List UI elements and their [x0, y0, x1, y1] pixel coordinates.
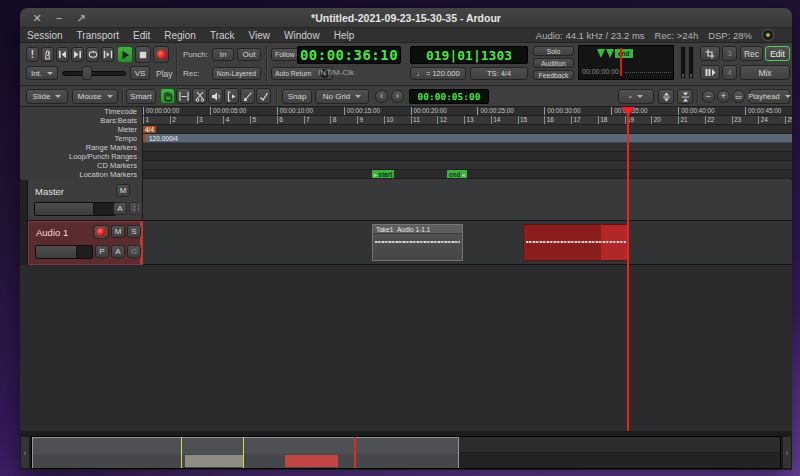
master-gain-fader[interactable] [34, 202, 116, 216]
audio1-track-name[interactable]: Audio 1 [36, 227, 68, 238]
grab-tool-button[interactable] [160, 88, 175, 104]
loop-punch-ruler[interactable] [143, 152, 792, 161]
loop-button[interactable] [86, 47, 99, 62]
bars-beats-ruler[interactable]: 1234567891011121314151617181920212223242… [143, 116, 792, 125]
monitor-button[interactable]: Solo [533, 46, 574, 56]
time-signature-button[interactable]: TS: 4/4 [470, 67, 528, 80]
punch-out-button[interactable]: Out [237, 48, 261, 61]
content-tool-button[interactable] [224, 88, 239, 104]
meterbridge-button[interactable] [700, 65, 720, 80]
meter-ruler[interactable]: 4/4 [143, 125, 792, 134]
mini-end-marker[interactable]: end [615, 49, 633, 58]
tempo-marker[interactable]: 120.000/4 [147, 135, 180, 143]
vari-speed-button[interactable]: VS [130, 66, 150, 80]
range-tool-button[interactable] [176, 88, 191, 104]
summary-scroll-left-button[interactable]: ‹ [20, 436, 30, 469]
summary-view[interactable] [31, 436, 781, 469]
play-button[interactable] [117, 46, 133, 63]
master-track-name[interactable]: Master [35, 186, 64, 197]
ruler-label[interactable]: Range Markers [20, 143, 142, 152]
summary-view-rectangle[interactable] [32, 437, 459, 469]
master-track-lane[interactable] [143, 180, 792, 221]
menu-item[interactable]: Edit [126, 28, 157, 43]
go-to-start-button[interactable] [56, 47, 69, 62]
midi-panic-button[interactable]: ! [26, 47, 39, 62]
recorder-page-button[interactable]: Rec [740, 46, 763, 61]
shuttle-track[interactable] [62, 71, 126, 76]
go-to-end-button[interactable] [71, 47, 84, 62]
meter-marker[interactable]: 4/4 [143, 126, 156, 134]
expand-tracks-button[interactable] [677, 89, 693, 104]
snap-button[interactable]: Snap [282, 89, 312, 104]
draw-tool-button[interactable] [240, 88, 255, 104]
script-action-4-button[interactable]: 4 [722, 65, 737, 80]
menu-item[interactable]: Region [157, 28, 203, 43]
nudge-forward-button[interactable]: › [391, 90, 404, 103]
playhead-line[interactable] [627, 107, 629, 431]
master-track-header[interactable]: Master M A G [28, 180, 143, 221]
editor-canvas[interactable] [20, 265, 792, 431]
audio1-playlist-button[interactable]: P [95, 245, 109, 258]
start-marker[interactable]: ▸start [372, 170, 394, 179]
mouse-mode-dropdown[interactable]: Mouse [72, 89, 118, 104]
audio1-automation-button[interactable]: A [111, 245, 125, 258]
ruler-label[interactable]: Bars:Beats [20, 116, 142, 125]
location-markers-ruler[interactable]: ▸start end◂ [143, 170, 792, 179]
region-recording[interactable] [523, 224, 629, 261]
stop-button[interactable] [135, 46, 151, 63]
menu-item[interactable]: Session [20, 28, 70, 43]
tempo-button[interactable]: ♩ = 120.000 [410, 67, 466, 80]
ruler-label[interactable]: Meter [20, 125, 142, 134]
cut-tool-button[interactable] [192, 88, 207, 104]
audition-tool-button[interactable] [208, 88, 223, 104]
ruler-label[interactable]: Location Markers [20, 170, 142, 179]
range-markers-ruler[interactable] [143, 143, 792, 152]
metronome-button[interactable] [41, 47, 54, 62]
nudge-clock[interactable]: 00:00:05:00 [409, 89, 489, 104]
cue-markers-button[interactable] [700, 46, 720, 61]
editor-page-button[interactable]: Edit [765, 46, 790, 61]
master-automation-button[interactable]: A [113, 202, 127, 215]
audio1-gain-fader[interactable] [35, 245, 93, 259]
monitor-button[interactable]: Feedback [533, 70, 574, 80]
play-range-button[interactable] [101, 47, 114, 62]
ruler-label[interactable]: Loop/Punch Ranges [20, 152, 142, 161]
master-mute-button[interactable]: M [116, 184, 130, 197]
script-action-3-button[interactable]: 3 [722, 46, 737, 61]
end-marker[interactable]: end◂ [447, 170, 467, 179]
timecode-ruler[interactable]: 00:00:00:0000:00:05:0000:00:10:0000:00:1… [143, 107, 792, 116]
ruler-label[interactable]: Tempo [20, 134, 142, 143]
ruler-label[interactable]: Timecode [20, 107, 142, 116]
menu-item[interactable]: Track [203, 28, 242, 43]
cd-markers-ruler[interactable] [143, 161, 792, 170]
marker-visibility-dropdown[interactable]: • [618, 89, 654, 104]
smart-mode-button[interactable]: Smart [126, 89, 156, 104]
zoom-out-button[interactable]: − [702, 90, 715, 103]
ruler-label[interactable]: CD Markers [20, 161, 142, 170]
nudge-back-button[interactable]: ‹ [375, 90, 388, 103]
menu-item[interactable]: Window [277, 28, 327, 43]
edit-point-tool-button[interactable] [256, 88, 271, 104]
record-arm-button[interactable] [153, 46, 169, 63]
zoom-focus-dropdown[interactable]: Playhead [749, 89, 790, 104]
shuttle-handle[interactable] [82, 66, 92, 80]
error-log-icon[interactable] [762, 29, 774, 41]
track-group-strip[interactable] [20, 180, 28, 265]
mini-timeline[interactable]: end 00:00:00:00 [578, 45, 674, 80]
mixer-page-button[interactable]: Mix [740, 65, 790, 80]
monitor-button[interactable]: Audition [533, 58, 574, 68]
audio1-group-button[interactable]: G [127, 245, 141, 258]
sync-source-button[interactable]: Int. [26, 66, 58, 80]
summary-scroll-right-button[interactable]: › [782, 436, 792, 469]
audio1-solo-button[interactable]: S [127, 225, 141, 238]
audio1-track-lane[interactable]: Take1_Audio 1-1.1 [143, 221, 792, 265]
audio1-mute-button[interactable]: M [111, 225, 125, 238]
primary-clock[interactable]: 00:00:36:10 [297, 46, 401, 64]
zoom-in-button[interactable]: + [717, 90, 730, 103]
region-take1[interactable]: Take1_Audio 1-1.1 [372, 224, 463, 261]
audio1-record-arm-button[interactable] [93, 225, 109, 239]
audio1-track-header[interactable]: Audio 1 M S P A G [28, 221, 143, 265]
menu-item[interactable]: Help [327, 28, 362, 43]
menu-item[interactable]: View [242, 28, 278, 43]
grid-mode-dropdown[interactable]: No Grid [315, 89, 369, 104]
